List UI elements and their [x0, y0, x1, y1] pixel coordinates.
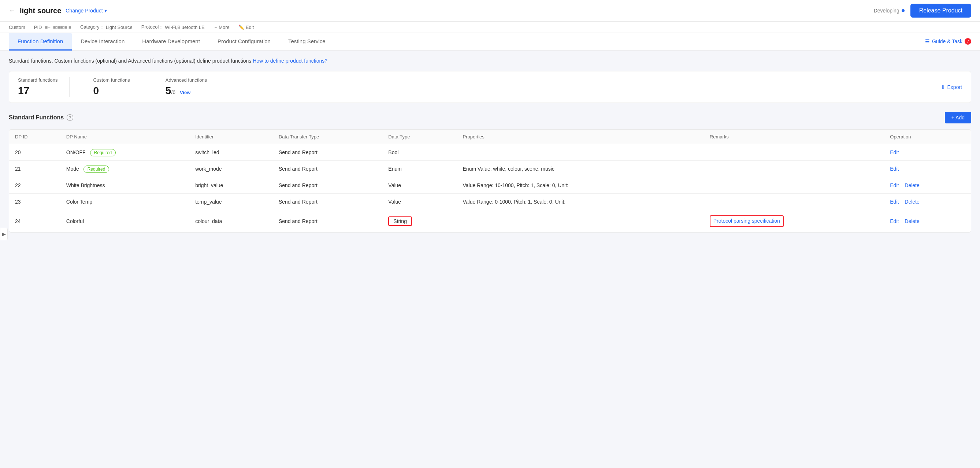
info-link[interactable]: How to define product functions? — [253, 58, 328, 64]
developing-dot — [902, 9, 905, 12]
cell-dp-name: White Brightness — [60, 177, 189, 194]
table-row: 21 Mode Required work_mode Send and Repo… — [9, 161, 971, 177]
cell-dp-id: 20 — [9, 144, 60, 161]
tab-function-definition[interactable]: Function Definition — [9, 33, 72, 51]
functions-table: DP ID DP Name Identifier Data Transfer T… — [9, 129, 971, 232]
protocol-value: Wi-Fi,Bluetooth LE — [165, 24, 204, 30]
protocol-label: Protocol： — [142, 24, 164, 30]
developing-badge: Developing — [874, 8, 905, 14]
info-bar: Standard functions, Custom functions (op… — [9, 58, 971, 64]
cell-data-type-highlighted: String — [382, 210, 457, 232]
stat-custom-value: 0 — [93, 85, 130, 97]
cell-data-type: Enum — [382, 161, 457, 177]
col-operation: Operation — [884, 130, 971, 144]
header-left: ← light source Change Product ▾ — [9, 6, 107, 15]
edit-icon: ✏️ — [239, 24, 244, 30]
delete-row-2[interactable]: Delete — [905, 182, 919, 188]
cell-transfer-type: Send and Report — [273, 144, 382, 161]
guide-task-label: Guide & Task — [932, 38, 963, 44]
view-link[interactable]: View — [180, 90, 191, 95]
guide-task-link[interactable]: ☰ Guide & Task 7 — [925, 33, 971, 50]
table-row: 22 White Brightness bright_value Send an… — [9, 177, 971, 194]
protocol-link[interactable]: Protocol parsing specification — [710, 215, 784, 227]
table-head: DP ID DP Name Identifier Data Transfer T… — [9, 130, 971, 144]
category-section: Category： Light Source — [80, 24, 132, 30]
cell-remarks-highlighted: Protocol parsing specification — [704, 210, 885, 232]
cell-operation: Edit — [884, 161, 971, 177]
help-icon[interactable]: ? — [67, 114, 73, 121]
cell-properties: Value Range: 10-1000, Pitch: 1, Scale: 0… — [457, 177, 704, 194]
back-icon[interactable]: ← — [9, 7, 15, 14]
cell-operation: Edit Delete — [884, 177, 971, 194]
add-button[interactable]: + Add — [945, 112, 971, 123]
cell-dp-name: Color Temp — [60, 194, 189, 210]
table-row: 23 Color Temp temp_value Send and Report… — [9, 194, 971, 210]
col-properties: Properties — [457, 130, 704, 144]
cell-operation: Edit — [884, 144, 971, 161]
cell-remarks — [704, 177, 885, 194]
export-button[interactable]: ⬇ Export — [941, 84, 962, 90]
cell-data-type: Value — [382, 194, 457, 210]
cell-transfer-type: Send and Report — [273, 194, 382, 210]
table: DP ID DP Name Identifier Data Transfer T… — [9, 130, 971, 232]
string-badge: String — [388, 216, 412, 226]
col-dp-id: DP ID — [9, 130, 60, 144]
stat-custom-label: Custom functions — [93, 77, 130, 83]
tab-product-configuration[interactable]: Product Configuration — [209, 33, 279, 51]
tab-testing-service[interactable]: Testing Service — [279, 33, 334, 51]
cell-transfer-type: Send and Report — [273, 177, 382, 194]
tabs: Function Definition Device Interaction H… — [0, 33, 980, 51]
cell-dp-id: 24 — [9, 210, 60, 232]
header: ← light source Change Product ▾ Developi… — [0, 0, 980, 22]
col-dp-name: DP Name — [60, 130, 189, 144]
edit-row-0[interactable]: Edit — [890, 150, 899, 155]
cell-identifier: temp_value — [189, 194, 273, 210]
cell-remarks — [704, 144, 885, 161]
category-value: Light Source — [106, 24, 132, 30]
section-title-text: Standard Functions — [9, 114, 64, 121]
required-badge: Required — [83, 166, 110, 173]
release-product-button[interactable]: Release Product — [910, 4, 971, 18]
tab-hardware-development[interactable]: Hardware Development — [133, 33, 209, 51]
table-body: 20 ON/OFF Required switch_led Send and R… — [9, 144, 971, 232]
cell-dp-name: ON/OFF Required — [60, 144, 189, 161]
cell-data-type: Bool — [382, 144, 457, 161]
more-link[interactable]: ··· More — [213, 24, 230, 30]
change-product-link[interactable]: Change Product ▾ — [65, 8, 107, 14]
stat-standard: Standard functions 17 — [18, 77, 70, 97]
edit-link[interactable]: ✏️ Edit — [239, 24, 254, 30]
table-row: 24 Colorful colour_data Send and Report … — [9, 210, 971, 232]
protocol-section: Protocol： Wi-Fi,Bluetooth LE — [142, 24, 205, 30]
export-icon: ⬇ — [941, 84, 945, 90]
tab-device-interaction[interactable]: Device Interaction — [72, 33, 133, 51]
edit-row-2[interactable]: Edit — [890, 182, 899, 188]
cell-identifier: bright_value — [189, 177, 273, 194]
col-identifier: Identifier — [189, 130, 273, 144]
export-label: Export — [947, 84, 962, 90]
stat-advanced-label: Advanced functions — [165, 77, 207, 83]
edit-row-1[interactable]: Edit — [890, 166, 899, 172]
cell-properties — [457, 210, 704, 232]
delete-row-3[interactable]: Delete — [905, 199, 919, 205]
change-product-label: Change Product — [65, 8, 103, 14]
cell-identifier: work_mode — [189, 161, 273, 177]
cell-dp-id: 23 — [9, 194, 60, 210]
collapse-arrow[interactable]: ▶ — [0, 228, 8, 240]
developing-label: Developing — [874, 8, 899, 14]
change-product-icon: ▾ — [104, 8, 107, 14]
col-data-type: Data Type — [382, 130, 457, 144]
stats-card: Standard functions 17 Custom functions 0… — [9, 71, 971, 103]
cell-identifier: colour_data — [189, 210, 273, 232]
cell-identifier: switch_led — [189, 144, 273, 161]
edit-row-4[interactable]: Edit — [890, 218, 899, 224]
pid-section: PID ■··· ■:■■:■ ■ — [34, 24, 72, 30]
cell-operation: Edit Delete — [884, 210, 971, 232]
cell-dp-name: Colorful — [60, 210, 189, 232]
category-label: Category： — [80, 24, 104, 30]
section-header: Standard Functions ? + Add — [9, 112, 971, 123]
delete-row-4[interactable]: Delete — [905, 218, 919, 224]
cell-dp-name: Mode Required — [60, 161, 189, 177]
content: Standard functions, Custom functions (op… — [0, 51, 980, 240]
edit-row-3[interactable]: Edit — [890, 199, 899, 205]
cell-remarks — [704, 161, 885, 177]
